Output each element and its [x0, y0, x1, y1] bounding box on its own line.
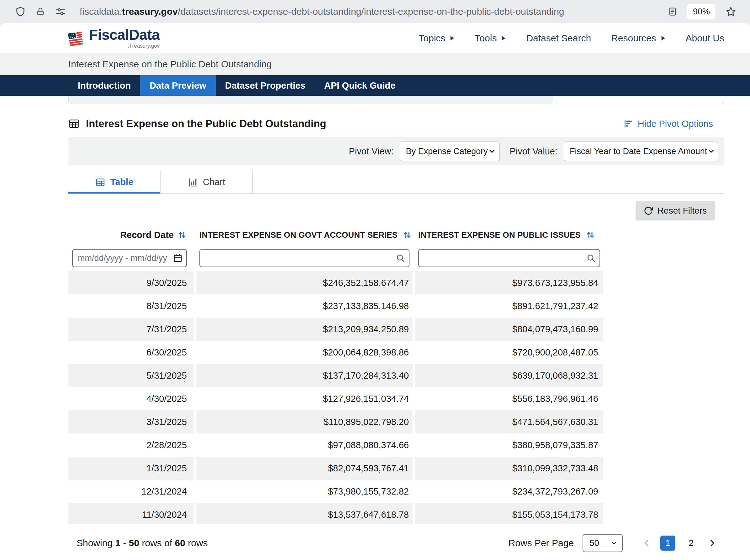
govt-account-cell: $200,064,828,398.86 [196, 341, 413, 364]
table-footer: Showing 1 - 50 rows of 60 rows Rows Per … [68, 534, 724, 553]
page-1-button[interactable]: 1 [660, 536, 675, 551]
public-issues-cell: $891,621,791,237.42 [415, 294, 603, 317]
record-date-cell: 4/30/2025 [68, 387, 194, 410]
pivot-chart-icon [623, 119, 633, 129]
caret-right-icon [501, 35, 506, 41]
table-row: 4/30/2025 $127,926,151,034.74 $556,183,7… [68, 387, 603, 410]
record-date-cell: 6/30/2025 [68, 341, 194, 364]
permissions-sliders-icon[interactable] [55, 6, 66, 17]
browser-toolbar: fiscaldata.treasury.gov/datasets/interes… [0, 0, 750, 23]
public-issues-cell: $310,099,332,733.48 [415, 457, 603, 480]
pivot-options-bar: Pivot View: By Expense Category Pivot Va… [68, 137, 724, 165]
public-issues-cell: $720,900,208,487.05 [415, 341, 603, 364]
public-issues-cell: $639,170,068,932.31 [415, 364, 603, 387]
govt-account-cell: $73,980,155,732.82 [196, 480, 413, 503]
tab-introduction[interactable]: Introduction [68, 75, 140, 96]
table-row: 8/31/2025 $237,133,835,146.98 $891,621,7… [68, 294, 603, 317]
top-nav-item[interactable]: Dataset Search [526, 33, 591, 44]
prev-page-button[interactable] [642, 538, 652, 548]
table-row: 11/30/2024 $13,537,647,618.78 $155,053,1… [68, 503, 603, 524]
public-issues-cell: $804,079,473,160.99 [415, 317, 603, 341]
table-row: 6/30/2025 $200,064,828,398.86 $720,900,2… [68, 341, 603, 364]
tab-dataset-properties[interactable]: Dataset Properties [216, 75, 315, 96]
next-page-button[interactable] [707, 538, 717, 548]
caret-right-icon [660, 35, 666, 41]
public-issues-cell: $155,053,154,173.78 [415, 503, 603, 524]
view-tab-bar: Table Chart [68, 171, 724, 193]
sort-icon-public-issues[interactable] [586, 230, 595, 240]
date-range-filter-input[interactable] [72, 249, 187, 267]
tab-chart-view[interactable]: Chart [160, 171, 253, 193]
govt-account-cell: $246,352,158,674.47 [196, 271, 413, 294]
data-preview-card: Interest Expense on the Public Debt Outs… [68, 118, 724, 553]
tab-table-view[interactable]: Table [68, 171, 160, 193]
top-nav: Topics Tools Dataset Search Resources Ab… [419, 33, 724, 44]
pivot-view-select[interactable]: By Expense Category [400, 142, 499, 161]
sort-icon-govt-account[interactable] [402, 230, 412, 240]
chevron-down-icon [488, 147, 496, 155]
top-nav-item[interactable]: Resources [611, 33, 665, 44]
table-row: 12/31/2024 $73,980,155,732.82 $234,372,7… [68, 480, 603, 503]
govt-account-cell: $13,537,647,618.78 [196, 503, 413, 524]
fiscaldata-logo[interactable]: FiscalData .Treasury.gov [66, 27, 160, 49]
page: FiscalData .Treasury.gov Topics Tools Da… [0, 23, 750, 560]
shield-icon[interactable] [15, 6, 26, 17]
search-icon [586, 253, 596, 263]
hide-pivot-options-link[interactable]: Hide Pivot Options [623, 119, 713, 129]
govt-account-filter-input[interactable] [199, 249, 410, 267]
table-row: 3/31/2025 $110,895,022,798.20 $471,564,5… [68, 410, 603, 434]
rows-per-page-select[interactable]: 50 [583, 534, 623, 552]
url-bar[interactable]: fiscaldata.treasury.gov/datasets/interes… [80, 6, 658, 17]
record-date-cell: 2/28/2025 [68, 434, 194, 457]
record-date-cell: 12/31/2024 [68, 480, 194, 503]
scrolled-content-edge [0, 96, 750, 105]
public-issues-filter-input[interactable] [418, 249, 600, 267]
record-date-cell: 11/30/2024 [68, 503, 194, 524]
brand-name: FiscalData [89, 27, 160, 42]
refresh-icon [644, 206, 653, 215]
table-row: 5/31/2025 $137,170,284,313.40 $639,170,0… [68, 364, 603, 387]
pagination: 1 2 [642, 536, 717, 551]
top-nav-item[interactable]: Tools [475, 33, 506, 44]
public-issues-cell: $973,673,123,955.84 [415, 271, 603, 294]
table-header-row: Record Date INTEREST EXPENSE ON GOVT ACC… [68, 225, 603, 245]
tab-data-preview[interactable]: Data Preview [140, 75, 216, 96]
column-govt-account-series: INTEREST EXPENSE ON GOVT ACCOUNT SERIES [199, 230, 398, 240]
record-date-cell: 5/31/2025 [68, 364, 194, 387]
url-domain: treasury.gov [122, 6, 178, 17]
record-date-cell: 3/31/2025 [68, 410, 194, 434]
table-row: 7/31/2025 $213,209,934,250.89 $804,079,4… [68, 317, 603, 341]
tab-api-quick-guide[interactable]: API Quick Guide [315, 75, 405, 96]
pivot-value-select[interactable]: Fiscal Year to Date Expense Amount [564, 142, 718, 161]
zoom-level-badge[interactable]: 90% [687, 4, 715, 19]
sort-icon-record-date[interactable] [177, 230, 187, 240]
bookmark-star-icon[interactable] [726, 6, 736, 17]
table-row: 9/30/2025 $246,352,158,674.47 $973,673,1… [68, 271, 603, 294]
chart-icon [188, 177, 198, 187]
reset-filters-button[interactable]: Reset Filters [635, 201, 715, 221]
record-date-cell: 1/31/2025 [68, 457, 194, 480]
rows-per-page-label: Rows Per Page [509, 538, 574, 548]
url-subdomain: fiscaldata. [80, 6, 122, 17]
top-nav-item[interactable]: About Us [686, 33, 724, 44]
govt-account-cell: $213,209,934,250.89 [196, 317, 413, 341]
reader-mode-icon[interactable] [668, 6, 677, 17]
govt-account-cell: $97,088,080,374.66 [196, 434, 413, 457]
govt-account-cell: $237,133,835,146.98 [196, 294, 413, 317]
table-row: 2/28/2025 $97,088,080,374.66 $380,958,07… [68, 434, 603, 457]
public-issues-cell: $234,372,793,267.09 [415, 480, 603, 503]
url-path: /datasets/interest-expense-debt-outstand… [178, 6, 564, 17]
lock-icon[interactable] [36, 6, 45, 17]
column-public-issues: INTEREST EXPENSE ON PUBLIC ISSUES [418, 230, 581, 240]
search-icon [396, 253, 405, 263]
page-2-button[interactable]: 2 [684, 536, 698, 551]
calendar-icon[interactable] [173, 253, 182, 263]
govt-account-cell: $137,170,284,313.40 [196, 364, 413, 387]
govt-account-cell: $110,895,022,798.20 [196, 410, 413, 434]
table-filter-row [68, 245, 603, 271]
breadcrumb-title: Interest Expense on the Public Debt Outs… [68, 59, 272, 69]
table-icon [95, 177, 105, 187]
top-nav-item[interactable]: Topics [419, 33, 455, 44]
public-issues-cell: $471,564,567,630.31 [415, 410, 603, 434]
public-issues-cell: $556,183,796,961.46 [415, 387, 603, 410]
